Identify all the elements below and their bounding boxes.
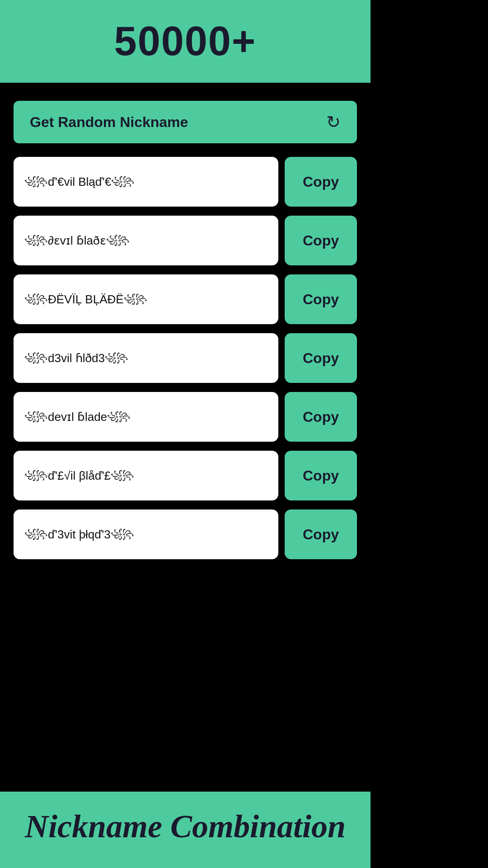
nickname-box: ꧁꧂∂ɛvɪl ɓlaðɛ꧁꧂ — [14, 216, 278, 265]
nickname-box: ꧁꧂ď'£√il βlåď'£꧁꧂ — [14, 451, 278, 500]
copy-button-1[interactable]: Copy — [285, 157, 357, 207]
nickname-list: ꧁꧂ď'€vil Βląď'€꧁꧂ Copy ꧁꧂∂ɛvɪl ɓlaðɛ꧁꧂ C… — [14, 157, 357, 559]
footer-title: Nickname Combination — [25, 808, 346, 845]
nickname-box: ꧁꧂ď'3vit þłqď'3꧁꧂ — [14, 509, 278, 559]
nickname-box: ꧁꧂ĐËVÏĻ BĻÄĐË꧁꧂ — [14, 274, 278, 324]
copy-button-7[interactable]: Copy — [285, 509, 357, 559]
nickname-text: ꧁꧂ď'€vil Βląď'€꧁꧂ — [24, 174, 135, 190]
app-footer: Nickname Combination — [0, 792, 371, 868]
nickname-text: ꧁꧂∂ɛvɪl ɓlaðɛ꧁꧂ — [24, 232, 130, 249]
nickname-box: ꧁꧂devɪl ɓlade꧁꧂ — [14, 392, 278, 442]
nickname-row: ꧁꧂d3vil ɦlðd3꧁꧂ Copy — [14, 333, 357, 383]
copy-button-5[interactable]: Copy — [285, 392, 357, 442]
copy-button-4[interactable]: Copy — [285, 333, 357, 383]
copy-button-6[interactable]: Copy — [285, 451, 357, 500]
nickname-row: ꧁꧂ď'€vil Βląď'€꧁꧂ Copy — [14, 157, 357, 207]
get-random-button[interactable]: Get Random Nickname ↻ — [14, 101, 357, 143]
nickname-row: ꧁꧂devɪl ɓlade꧁꧂ Copy — [14, 392, 357, 442]
count-display: 50000+ — [114, 18, 257, 65]
nickname-box: ꧁꧂ď'€vil Βląď'€꧁꧂ — [14, 157, 278, 207]
main-content: Get Random Nickname ↻ ꧁꧂ď'€vil Βląď'€꧁꧂ … — [0, 83, 371, 792]
nickname-text: ꧁꧂ď'3vit þłqď'3꧁꧂ — [24, 526, 134, 542]
copy-button-2[interactable]: Copy — [285, 216, 357, 265]
nickname-text: ꧁꧂devɪl ɓlade꧁꧂ — [24, 409, 131, 425]
nickname-text: ꧁꧂ď'£√il βlåď'£꧁꧂ — [24, 467, 134, 484]
nickname-row: ꧁꧂ĐËVÏĻ BĻÄĐË꧁꧂ Copy — [14, 274, 357, 324]
nickname-box: ꧁꧂d3vil ɦlðd3꧁꧂ — [14, 333, 278, 383]
nickname-row: ꧁꧂∂ɛvɪl ɓlaðɛ꧁꧂ Copy — [14, 216, 357, 265]
nickname-row: ꧁꧂ď'£√il βlåď'£꧁꧂ Copy — [14, 451, 357, 500]
copy-button-3[interactable]: Copy — [285, 274, 357, 324]
nickname-text: ꧁꧂d3vil ɦlðd3꧁꧂ — [24, 350, 128, 366]
get-random-label: Get Random Nickname — [30, 114, 188, 131]
app-header: 50000+ — [0, 0, 371, 83]
refresh-icon: ↻ — [326, 113, 341, 131]
nickname-text: ꧁꧂ĐËVÏĻ BĻÄĐË꧁꧂ — [24, 291, 147, 307]
nickname-row: ꧁꧂ď'3vit þłqď'3꧁꧂ Copy — [14, 509, 357, 559]
